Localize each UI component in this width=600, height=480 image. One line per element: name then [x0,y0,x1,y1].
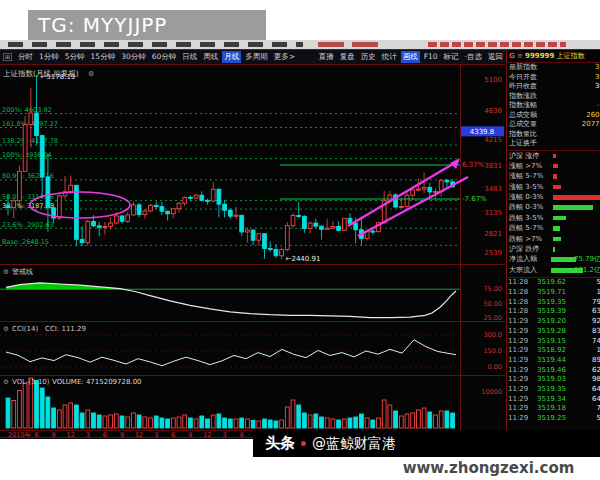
candle-body [166,211,170,214]
distribution-row: 跌幅 0-3% [507,202,600,212]
volume-bar [354,417,358,428]
fib-label: Base: 2648.15 [2,238,49,246]
tab-period-60分钟[interactable]: 60分钟 [150,51,179,63]
x-axis-label: 6 [103,431,107,439]
symbol-header[interactable]: G ≡ 999999 上证指数 [507,50,600,63]
candle-body [445,180,449,182]
candle-body [274,249,278,255]
tick-row: 11:283519.711 [507,288,600,298]
candle-body [206,200,210,201]
x-axis-label: 2015年 [8,431,32,439]
tab-period-日线[interactable]: 日线 [180,51,199,63]
y-axis-tick: 3135 [484,209,502,217]
fib-label: 23.6%: 2902.63 [2,221,54,229]
volume-bar [132,413,136,428]
candle-body [12,201,16,208]
y-axis-tick: 2821 [484,230,502,238]
candle-body [57,196,61,218]
candle-body [97,226,101,227]
x-axis-label: 6 [240,431,244,439]
button-F10[interactable]: F10 [422,51,440,63]
button-标记[interactable]: 标记 [442,51,461,63]
price-tag-value: 4339.8 [470,128,495,136]
volume-bar [126,417,130,428]
layout-grid-icon[interactable]: ⊞ [3,53,12,61]
candle-body [411,190,415,195]
y-axis-tick: 5100 [484,76,502,84]
candle-body [240,215,244,232]
volume-bar [365,418,369,428]
candle-body [75,185,79,239]
volume-bar [434,415,438,428]
candle-body [177,203,181,208]
button-统计[interactable]: 统计 [380,51,399,63]
candle-body [399,207,403,208]
symbol-name: 上证指数 [557,52,585,60]
y-axis-tick: 3831 [484,162,502,170]
volume-bar [422,408,426,428]
pct-up-label: 6.37% [462,161,485,169]
volume-bar [75,405,79,428]
candle-body [257,234,261,240]
x-axis-label: 3 [154,431,158,439]
volume-bar [257,421,261,428]
volume-bar [314,414,318,428]
candle-body [160,207,164,212]
x-axis-label: 12 [135,431,143,439]
candle-body [228,210,232,216]
panel1-axis-tick: 75.00 [483,285,502,293]
y-axis-tick: 4215 [484,136,502,144]
volume-bar [211,415,215,428]
menu-red-button-1[interactable] [318,42,344,47]
candle-body [183,197,187,203]
tick-row: 11:293519.2883 [507,327,600,337]
tick-row: 11:283519.625 [507,278,600,288]
button-画线[interactable]: 画线 [401,51,420,63]
menu-red-button-2[interactable] [352,42,378,47]
volume-bar [154,416,158,428]
button-直播[interactable]: 直播 [317,51,336,63]
tab-period-30分钟[interactable]: 30分钟 [119,51,148,63]
volume-bar [405,414,409,428]
volume-bar [291,400,295,428]
candle-body [35,113,39,136]
candle-body [280,250,284,256]
x-axis-label: 9 [188,431,192,439]
volume-bar [103,416,107,428]
volume-bar [114,414,118,428]
volume-bar [200,416,204,428]
candle-body [92,221,96,225]
x-axis-label: 9 [52,431,56,439]
distribution-row: 涨幅 3-5% [507,182,600,192]
button-·自选[interactable]: ·自选 [463,51,484,63]
volume-bar [63,405,67,428]
panel1-gear-icon: ⚙ [3,268,9,276]
volume-bar [263,419,267,428]
button-历史[interactable]: 历史 [359,51,378,63]
tab-period-更多>[interactable]: 更多> [272,51,297,63]
tick-row: 11:293519.187 [507,404,600,414]
tab-period-周线[interactable]: 周线 [201,51,220,63]
panel2-axis-tick: 300.0 [483,331,502,339]
tab-period-1分钟[interactable]: 1分钟 [37,51,61,63]
volume-bar [12,401,16,429]
tab-period-5分钟[interactable]: 5分钟 [63,51,87,63]
tab-period-15分钟[interactable]: 15分钟 [89,51,118,63]
candle-body [194,195,198,198]
fib-label: 200%: 4603.92 [2,106,52,114]
button-返回[interactable]: 返回 [486,51,505,63]
button-复盘[interactable]: 复盘 [338,51,357,63]
tab-period-多周期[interactable]: 多周期 [243,51,270,63]
quote-row: 指数涨跌- [507,92,600,102]
candle-body [285,226,289,250]
candle-body [18,171,22,200]
tab-period-分时[interactable]: 分时 [16,51,35,63]
volume-bar [160,418,164,428]
kline-chart[interactable]: 200%: 4603.92161.8%: 4397.27138.2%: 4137… [0,64,506,438]
quote-row: 指数涨幅-1 [507,101,600,111]
tab-period-月线[interactable]: 月线 [222,51,241,63]
volume-bar [217,414,221,428]
volume-bar [337,420,341,428]
volume-bar [228,419,232,428]
volume-bar [348,418,352,428]
